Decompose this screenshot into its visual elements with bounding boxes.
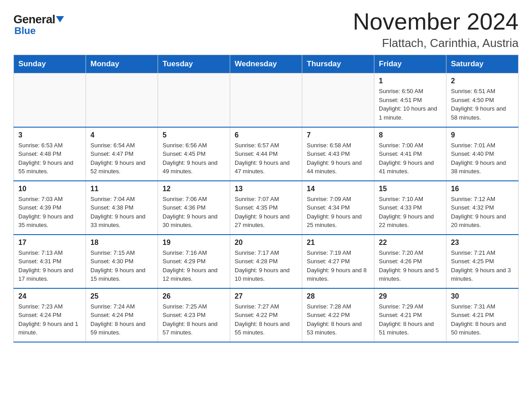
day-number: 2 xyxy=(451,77,514,85)
day-info: Sunrise: 6:54 AM Sunset: 4:47 PM Dayligh… xyxy=(90,141,153,176)
day-number: 23 xyxy=(451,239,514,247)
calendar-cell: 9Sunrise: 7:01 AM Sunset: 4:40 PM Daylig… xyxy=(446,127,519,181)
day-info: Sunrise: 7:20 AM Sunset: 4:26 PM Dayligh… xyxy=(379,248,442,283)
calendar-cell: 28Sunrise: 7:28 AM Sunset: 4:22 PM Dayli… xyxy=(302,288,374,342)
day-info: Sunrise: 7:25 AM Sunset: 4:23 PM Dayligh… xyxy=(163,302,225,337)
day-number: 30 xyxy=(451,292,514,300)
calendar-header-row: Sunday Monday Tuesday Wednesday Thursday… xyxy=(14,55,519,73)
day-info: Sunrise: 7:06 AM Sunset: 4:36 PM Dayligh… xyxy=(163,195,225,230)
day-number: 4 xyxy=(90,131,153,139)
calendar-week-row: 3Sunrise: 6:53 AM Sunset: 4:48 PM Daylig… xyxy=(14,127,519,181)
day-info: Sunrise: 7:17 AM Sunset: 4:28 PM Dayligh… xyxy=(235,248,297,283)
logo-general: General xyxy=(13,13,55,25)
calendar-cell: 19Sunrise: 7:16 AM Sunset: 4:29 PM Dayli… xyxy=(158,235,230,288)
calendar-cell: 5Sunrise: 6:56 AM Sunset: 4:45 PM Daylig… xyxy=(158,127,230,181)
title-block: November 2024 Flattach, Carinthia, Austr… xyxy=(353,9,519,50)
day-info: Sunrise: 7:31 AM Sunset: 4:21 PM Dayligh… xyxy=(451,302,514,337)
day-number: 12 xyxy=(163,185,225,193)
calendar-cell: 8Sunrise: 7:00 AM Sunset: 4:41 PM Daylig… xyxy=(374,127,446,181)
day-number: 9 xyxy=(451,131,514,139)
calendar-cell: 29Sunrise: 7:29 AM Sunset: 4:21 PM Dayli… xyxy=(374,288,446,342)
calendar-cell: 13Sunrise: 7:07 AM Sunset: 4:35 PM Dayli… xyxy=(230,181,302,235)
day-info: Sunrise: 6:51 AM Sunset: 4:50 PM Dayligh… xyxy=(451,87,514,122)
col-monday: Monday xyxy=(86,55,158,73)
calendar-cell: 26Sunrise: 7:25 AM Sunset: 4:23 PM Dayli… xyxy=(158,288,230,342)
day-info: Sunrise: 7:15 AM Sunset: 4:30 PM Dayligh… xyxy=(90,248,153,283)
day-number: 6 xyxy=(235,131,297,139)
calendar-cell: 24Sunrise: 7:23 AM Sunset: 4:24 PM Dayli… xyxy=(14,288,86,342)
calendar-cell: 3Sunrise: 6:53 AM Sunset: 4:48 PM Daylig… xyxy=(14,127,86,181)
day-number: 8 xyxy=(379,131,442,139)
calendar-subtitle: Flattach, Carinthia, Austria xyxy=(353,36,519,50)
day-info: Sunrise: 7:29 AM Sunset: 4:21 PM Dayligh… xyxy=(379,302,442,337)
day-info: Sunrise: 6:50 AM Sunset: 4:51 PM Dayligh… xyxy=(379,87,442,122)
day-info: Sunrise: 7:27 AM Sunset: 4:22 PM Dayligh… xyxy=(235,302,297,337)
calendar-cell: 12Sunrise: 7:06 AM Sunset: 4:36 PM Dayli… xyxy=(158,181,230,235)
col-wednesday: Wednesday xyxy=(230,55,302,73)
day-number: 17 xyxy=(18,239,81,247)
day-info: Sunrise: 7:07 AM Sunset: 4:35 PM Dayligh… xyxy=(235,195,297,230)
calendar-cell: 6Sunrise: 6:57 AM Sunset: 4:44 PM Daylig… xyxy=(230,127,302,181)
col-sunday: Sunday xyxy=(14,55,86,73)
calendar-cell: 17Sunrise: 7:13 AM Sunset: 4:31 PM Dayli… xyxy=(14,235,86,288)
day-info: Sunrise: 7:03 AM Sunset: 4:39 PM Dayligh… xyxy=(18,195,81,230)
day-number: 10 xyxy=(18,185,81,193)
logo: General Blue xyxy=(13,13,64,37)
day-info: Sunrise: 6:57 AM Sunset: 4:44 PM Dayligh… xyxy=(235,141,297,176)
calendar-cell: 11Sunrise: 7:04 AM Sunset: 4:38 PM Dayli… xyxy=(86,181,158,235)
day-info: Sunrise: 7:28 AM Sunset: 4:22 PM Dayligh… xyxy=(307,302,369,337)
day-number: 13 xyxy=(235,185,297,193)
calendar-cell: 30Sunrise: 7:31 AM Sunset: 4:21 PM Dayli… xyxy=(446,288,519,342)
col-saturday: Saturday xyxy=(446,55,519,73)
calendar-week-row: 24Sunrise: 7:23 AM Sunset: 4:24 PM Dayli… xyxy=(14,288,519,342)
day-number: 27 xyxy=(235,292,297,300)
day-info: Sunrise: 6:53 AM Sunset: 4:48 PM Dayligh… xyxy=(18,141,81,176)
day-number: 7 xyxy=(307,131,369,139)
day-info: Sunrise: 7:16 AM Sunset: 4:29 PM Dayligh… xyxy=(163,248,225,283)
calendar-cell xyxy=(230,73,302,127)
calendar-week-row: 17Sunrise: 7:13 AM Sunset: 4:31 PM Dayli… xyxy=(14,235,519,288)
day-number: 25 xyxy=(90,292,153,300)
day-info: Sunrise: 7:09 AM Sunset: 4:34 PM Dayligh… xyxy=(307,195,369,230)
col-thursday: Thursday xyxy=(302,55,374,73)
day-info: Sunrise: 7:12 AM Sunset: 4:32 PM Dayligh… xyxy=(451,195,514,230)
logo-blue: Blue xyxy=(14,25,36,36)
calendar-cell: 1Sunrise: 6:50 AM Sunset: 4:51 PM Daylig… xyxy=(374,73,446,127)
day-info: Sunrise: 7:24 AM Sunset: 4:24 PM Dayligh… xyxy=(90,302,153,337)
day-number: 22 xyxy=(379,239,442,247)
calendar-cell: 25Sunrise: 7:24 AM Sunset: 4:24 PM Dayli… xyxy=(86,288,158,342)
day-info: Sunrise: 7:04 AM Sunset: 4:38 PM Dayligh… xyxy=(90,195,153,230)
day-info: Sunrise: 6:58 AM Sunset: 4:43 PM Dayligh… xyxy=(307,141,369,176)
day-number: 16 xyxy=(451,185,514,193)
day-info: Sunrise: 7:21 AM Sunset: 4:25 PM Dayligh… xyxy=(451,248,514,283)
calendar-table: Sunday Monday Tuesday Wednesday Thursday… xyxy=(13,55,519,342)
calendar-cell: 27Sunrise: 7:27 AM Sunset: 4:22 PM Dayli… xyxy=(230,288,302,342)
calendar-cell xyxy=(86,73,158,127)
calendar-cell: 20Sunrise: 7:17 AM Sunset: 4:28 PM Dayli… xyxy=(230,235,302,288)
col-tuesday: Tuesday xyxy=(158,55,230,73)
day-info: Sunrise: 7:01 AM Sunset: 4:40 PM Dayligh… xyxy=(451,141,514,176)
day-number: 15 xyxy=(379,185,442,193)
header: General Blue November 2024 Flattach, Car… xyxy=(13,9,519,50)
calendar-cell: 4Sunrise: 6:54 AM Sunset: 4:47 PM Daylig… xyxy=(86,127,158,181)
calendar-week-row: 10Sunrise: 7:03 AM Sunset: 4:39 PM Dayli… xyxy=(14,181,519,235)
calendar-cell: 15Sunrise: 7:10 AM Sunset: 4:33 PM Dayli… xyxy=(374,181,446,235)
calendar-cell: 18Sunrise: 7:15 AM Sunset: 4:30 PM Dayli… xyxy=(86,235,158,288)
calendar-cell xyxy=(158,73,230,127)
day-info: Sunrise: 7:10 AM Sunset: 4:33 PM Dayligh… xyxy=(379,195,442,230)
calendar-cell: 23Sunrise: 7:21 AM Sunset: 4:25 PM Dayli… xyxy=(446,235,519,288)
day-number: 18 xyxy=(90,239,153,247)
col-friday: Friday xyxy=(374,55,446,73)
day-info: Sunrise: 7:19 AM Sunset: 4:27 PM Dayligh… xyxy=(307,248,369,283)
calendar-cell: 14Sunrise: 7:09 AM Sunset: 4:34 PM Dayli… xyxy=(302,181,374,235)
day-number: 19 xyxy=(163,239,225,247)
day-number: 26 xyxy=(163,292,225,300)
day-info: Sunrise: 6:56 AM Sunset: 4:45 PM Dayligh… xyxy=(163,141,225,176)
day-number: 11 xyxy=(90,185,153,193)
day-number: 28 xyxy=(307,292,369,300)
calendar-cell xyxy=(302,73,374,127)
logo-triangle-icon xyxy=(56,16,64,22)
day-info: Sunrise: 7:23 AM Sunset: 4:24 PM Dayligh… xyxy=(18,302,81,337)
day-info: Sunrise: 7:00 AM Sunset: 4:41 PM Dayligh… xyxy=(379,141,442,176)
calendar-cell: 7Sunrise: 6:58 AM Sunset: 4:43 PM Daylig… xyxy=(302,127,374,181)
